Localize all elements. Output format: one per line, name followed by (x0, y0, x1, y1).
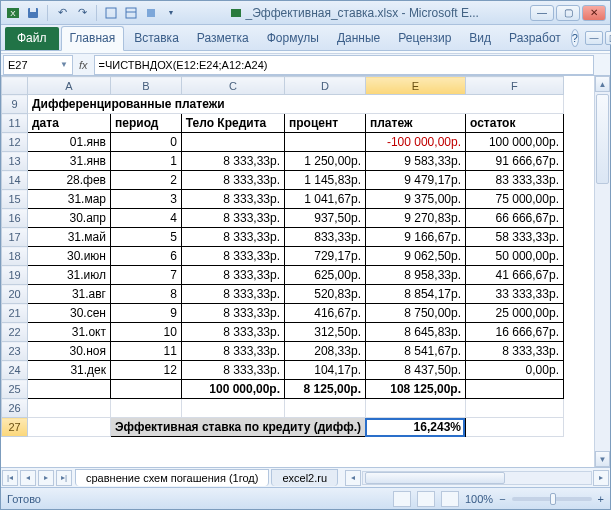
col-header-E[interactable]: E (365, 77, 465, 95)
row-header-18[interactable]: 18 (2, 247, 28, 266)
cell-period[interactable]: 7 (111, 266, 182, 285)
row-header-14[interactable]: 14 (2, 171, 28, 190)
view-layout-button[interactable] (417, 491, 435, 507)
hscroll-thumb[interactable] (365, 472, 505, 484)
tab-review[interactable]: Рецензир (390, 27, 459, 50)
cell-total-interest[interactable]: 8 125,00р. (285, 380, 366, 399)
cell-principal[interactable]: 8 333,33р. (181, 209, 284, 228)
cell-payment[interactable]: 8 958,33р. (365, 266, 465, 285)
cell-date[interactable]: 31.авг (28, 285, 111, 304)
cell-interest[interactable]: 937,50р. (285, 209, 366, 228)
cell-date[interactable]: 28.фев (28, 171, 111, 190)
help-button[interactable]: ? (571, 29, 579, 47)
cell-principal[interactable]: 8 333,33р. (181, 304, 284, 323)
fx-icon[interactable]: fx (79, 59, 88, 71)
qat-icon-3[interactable] (143, 5, 159, 21)
scroll-right-button[interactable]: ▸ (593, 470, 609, 486)
cell-date[interactable]: 01.янв (28, 133, 111, 152)
cell[interactable] (465, 418, 563, 437)
cell-interest[interactable]: 729,17р. (285, 247, 366, 266)
excel-icon[interactable]: X (5, 5, 21, 21)
cell-date[interactable]: 31.окт (28, 323, 111, 342)
doc-restore-button[interactable]: ▣ (605, 31, 611, 45)
effective-rate-value[interactable]: 16,243% (365, 418, 465, 437)
scroll-track[interactable] (595, 92, 610, 451)
cell[interactable] (111, 380, 182, 399)
cell-payment[interactable]: -100 000,00р. (365, 133, 465, 152)
tab-insert[interactable]: Вставка (126, 27, 187, 50)
cell-interest[interactable]: 1 041,67р. (285, 190, 366, 209)
tab-home[interactable]: Главная (61, 26, 125, 51)
cell-balance[interactable]: 16 666,67р. (465, 323, 563, 342)
scroll-left-button[interactable]: ◂ (345, 470, 361, 486)
cell-period[interactable]: 0 (111, 133, 182, 152)
cell-interest[interactable]: 625,00р. (285, 266, 366, 285)
row-header-16[interactable]: 16 (2, 209, 28, 228)
cell-period[interactable]: 3 (111, 190, 182, 209)
col-header-F[interactable]: F (465, 77, 563, 95)
name-box[interactable]: E27▼ (3, 55, 73, 75)
cell-principal[interactable]: 8 333,33р. (181, 247, 284, 266)
cell-principal[interactable]: 8 333,33р. (181, 190, 284, 209)
cell-date[interactable]: 30.ноя (28, 342, 111, 361)
doc-minimize-button[interactable]: — (585, 31, 603, 45)
row-header-13[interactable]: 13 (2, 152, 28, 171)
cell-date[interactable]: 31.май (28, 228, 111, 247)
cell-balance[interactable]: 66 666,67р. (465, 209, 563, 228)
chevron-down-icon[interactable]: ▼ (60, 60, 68, 69)
row-header-17[interactable]: 17 (2, 228, 28, 247)
cell-date[interactable]: 31.янв (28, 152, 111, 171)
row-header-23[interactable]: 23 (2, 342, 28, 361)
col-header-C[interactable]: C (181, 77, 284, 95)
file-tab[interactable]: Файл (5, 27, 59, 50)
cell-payment[interactable]: 8 854,17р. (365, 285, 465, 304)
cell-balance[interactable]: 75 000,00р. (465, 190, 563, 209)
cell[interactable] (28, 380, 111, 399)
cell-payment[interactable]: 8 645,83р. (365, 323, 465, 342)
cell-date[interactable]: 30.апр (28, 209, 111, 228)
tab-developer[interactable]: Разработ (501, 27, 569, 50)
tab-layout[interactable]: Разметка (189, 27, 257, 50)
close-button[interactable]: ✕ (582, 5, 606, 21)
row-header-24[interactable]: 24 (2, 361, 28, 380)
select-all-corner[interactable] (2, 77, 28, 95)
zoom-slider[interactable] (512, 497, 592, 501)
cell-period[interactable]: 6 (111, 247, 182, 266)
row-header-25[interactable]: 25 (2, 380, 28, 399)
effective-rate-label[interactable]: Эффективная ставка по кредиту (дифф.) (111, 418, 366, 437)
cell-interest[interactable] (285, 133, 366, 152)
scroll-thumb[interactable] (596, 94, 609, 184)
view-normal-button[interactable] (393, 491, 411, 507)
cell-period[interactable]: 5 (111, 228, 182, 247)
sheet-nav-first[interactable]: |◂ (2, 470, 18, 486)
cell-interest[interactable]: 104,17р. (285, 361, 366, 380)
col-header-B[interactable]: B (111, 77, 182, 95)
cell-balance[interactable]: 0,00р. (465, 361, 563, 380)
cell-period[interactable]: 11 (111, 342, 182, 361)
cell-period[interactable]: 1 (111, 152, 182, 171)
row-header-12[interactable]: 12 (2, 133, 28, 152)
cell-period[interactable]: 8 (111, 285, 182, 304)
cell-period[interactable]: 12 (111, 361, 182, 380)
minimize-button[interactable]: — (530, 5, 554, 21)
qat-icon-2[interactable] (123, 5, 139, 21)
cell-interest[interactable]: 416,67р. (285, 304, 366, 323)
row-header-21[interactable]: 21 (2, 304, 28, 323)
cell-payment[interactable]: 9 375,00р. (365, 190, 465, 209)
cell-balance[interactable]: 8 333,33р. (465, 342, 563, 361)
row-header-11[interactable]: 11 (2, 114, 28, 133)
cell-principal[interactable]: 8 333,33р. (181, 228, 284, 247)
cell-date[interactable]: 31.июл (28, 266, 111, 285)
cell-principal[interactable]: 8 333,33р. (181, 342, 284, 361)
save-icon[interactable] (25, 5, 41, 21)
cell[interactable] (465, 380, 563, 399)
qat-icon[interactable] (103, 5, 119, 21)
cell-principal[interactable] (181, 133, 284, 152)
row-header-26[interactable]: 26 (2, 399, 28, 418)
cell[interactable] (28, 418, 111, 437)
cell-principal[interactable]: 8 333,33р. (181, 152, 284, 171)
formula-input[interactable]: =ЧИСТВНДОХ(E12:E24;A12:A24) (94, 55, 594, 75)
undo-icon[interactable]: ↶ (54, 5, 70, 21)
row-header-9[interactable]: 9 (2, 95, 28, 114)
cell-balance[interactable]: 100 000,00р. (465, 133, 563, 152)
